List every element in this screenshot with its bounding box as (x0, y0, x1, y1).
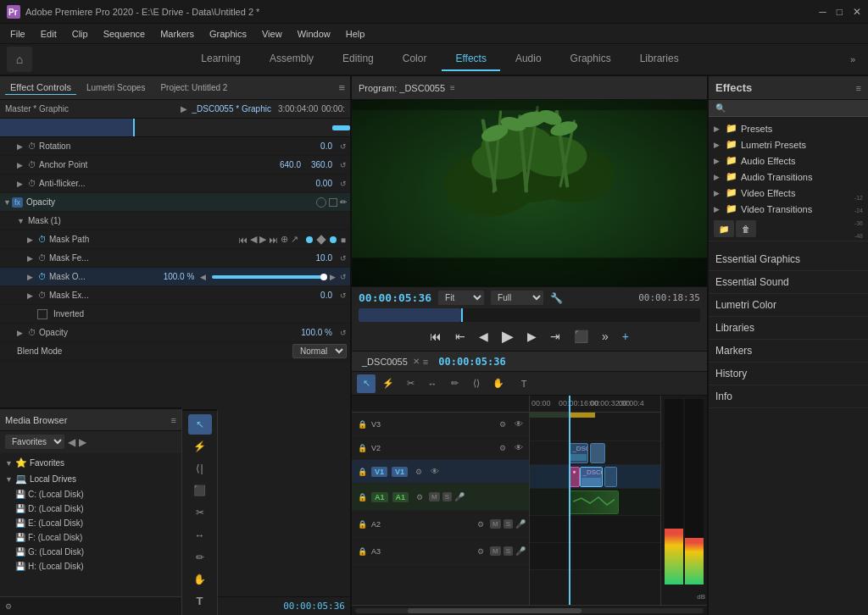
anchor-clock[interactable]: ⏱ (28, 160, 36, 169)
antiflicker-value[interactable]: 0.00 (307, 179, 332, 188)
antiflicker-clock[interactable]: ⏱ (28, 179, 36, 188)
mask-op-slider[interactable] (212, 275, 324, 279)
tab-learning[interactable]: Learning (187, 47, 254, 71)
nav-back-btn[interactable]: ◀ (68, 436, 75, 448)
mask-path-next[interactable]: ▶ (259, 234, 266, 245)
program-menu-icon[interactable]: ≡ (450, 83, 455, 92)
drive-d[interactable]: 💾 D: (Local Disk) (0, 501, 181, 516)
tool-type[interactable]: T (188, 591, 212, 612)
tool-razor-v[interactable]: ✂ (188, 502, 212, 523)
tool-ripple[interactable]: ⚡ (379, 374, 398, 393)
home-button[interactable]: ⌂ (7, 47, 32, 72)
effects-panel-menu[interactable]: ≡ (856, 83, 861, 93)
nav-forward-btn[interactable]: ▶ (79, 436, 86, 448)
clip-v2-main[interactable]: _DSC0 (569, 443, 588, 463)
quality-select[interactable]: FullHalfQuarter (491, 291, 543, 305)
tool-select[interactable]: ↖ (357, 374, 376, 393)
program-timecode[interactable]: 00:00:05:36 (359, 291, 431, 304)
drive-h[interactable]: 💾 H: (Local Disk) (0, 559, 181, 573)
menu-markers[interactable]: Markers (153, 27, 201, 41)
scrubber-bar[interactable] (359, 308, 700, 322)
history-panel[interactable]: History (709, 363, 868, 385)
tab-editing[interactable]: Editing (329, 47, 387, 71)
a3-s-btn[interactable]: S (504, 546, 513, 556)
tl-menu-icon[interactable]: ≡ (423, 357, 428, 367)
opacity-circle-icon[interactable] (316, 197, 326, 208)
mask-op-kf-right[interactable]: ▶ (330, 273, 336, 281)
tab-audio[interactable]: Audio (502, 47, 555, 71)
drive-g[interactable]: 💾 G: (Local Disk) (0, 545, 181, 559)
presets-folder[interactable]: ▶ 📁 Presets (709, 120, 868, 136)
add-marker-btn[interactable]: + (619, 328, 632, 345)
wrench-icon[interactable]: 🔧 (550, 292, 563, 304)
tl-tab-label[interactable]: _DSC0055 (357, 355, 413, 368)
clip-v2-b[interactable] (590, 443, 605, 463)
fullscreen-btn[interactable]: ⬛ (570, 328, 592, 345)
anchor-expand[interactable]: ▶ (17, 161, 25, 169)
mask-op-expand[interactable]: ▶ (27, 273, 36, 281)
info-panel[interactable]: Info (709, 385, 868, 408)
video-transitions-folder[interactable]: ▶ 📁 Video Transitions (709, 201, 868, 217)
a2-mic-icon[interactable]: 🎤 (515, 519, 526, 529)
tool-rate-stretch[interactable]: ⬛ (188, 480, 212, 501)
opacity-pen-icon[interactable]: ✏ (340, 197, 347, 207)
menu-graphics[interactable]: Graphics (203, 27, 253, 41)
tool-slip[interactable]: ↔ (423, 374, 442, 393)
tab-assembly[interactable]: Assembly (256, 47, 327, 71)
a3-m-btn[interactable]: M (490, 546, 501, 556)
menu-window[interactable]: Window (291, 27, 337, 41)
mask-op-reset[interactable]: ↺ (340, 273, 347, 281)
tab-libraries[interactable]: Libraries (626, 47, 693, 71)
a2-lock-icon[interactable]: 🔒 (355, 518, 369, 531)
tool-pen[interactable]: ✏ (445, 374, 464, 393)
ef-trash-icon[interactable]: 🗑 (736, 220, 756, 237)
rotation-clock[interactable]: ⏱ (28, 141, 36, 151)
v2-settings[interactable]: ⚙ (496, 441, 509, 455)
lumetri-scopes-tab[interactable]: Lumetri Scopes (81, 81, 150, 94)
essential-sound-panel[interactable]: Essential Sound (709, 271, 868, 294)
a1-mic-icon[interactable]: 🎤 (454, 492, 465, 501)
lumetri-presets-folder[interactable]: ▶ 📁 Lumetri Presets (709, 136, 868, 152)
mask-op-clock-blue[interactable]: ⏱ (38, 272, 47, 281)
v1-settings[interactable]: ⚙ (412, 465, 426, 479)
tool-ripple2[interactable]: ⟨⟩ (467, 374, 486, 393)
media-browser-menu[interactable]: ≡ (171, 415, 176, 425)
minimize-btn[interactable]: ─ (819, 6, 826, 18)
inverted-checkbox[interactable] (37, 309, 47, 319)
v2-lock-icon[interactable]: 🔒 (355, 441, 369, 455)
a3-mic-icon[interactable]: 🎤 (515, 546, 526, 556)
mask-path-select[interactable]: ↗ (291, 234, 298, 245)
rotation-value[interactable]: 0.0 (307, 141, 332, 151)
project-tab[interactable]: Project: Untitled 2 (155, 81, 232, 94)
opacity-val-value[interactable]: 100.0 % (301, 328, 332, 337)
audio-transitions-folder[interactable]: ▶ 📁 Audio Transitions (709, 169, 868, 185)
fit-select[interactable]: Fit25%50%100% (438, 291, 484, 305)
opacity-expand[interactable]: ▼ (3, 198, 12, 207)
anchor-reset[interactable]: ↺ (340, 161, 347, 169)
menu-sequence[interactable]: Sequence (97, 27, 153, 41)
clip-v1-pink[interactable]: ● (569, 467, 579, 487)
tool-slip-v[interactable]: ↔ (188, 525, 212, 546)
mask-fe-value[interactable]: 10.0 (307, 253, 332, 263)
mask-ex-reset[interactable]: ↺ (340, 291, 347, 300)
mask-fe-expand[interactable]: ▶ (27, 254, 36, 263)
timeline-scrollbar[interactable] (352, 605, 707, 615)
panel-menu-icon[interactable]: ≡ (338, 81, 345, 94)
antiflicker-expand[interactable]: ▶ (17, 180, 25, 188)
favorites-section[interactable]: ▼ ⭐ Favorites (0, 455, 181, 471)
fx-tab-active[interactable]: Effect Controls (5, 80, 76, 95)
local-drives-section[interactable]: ▼ 💻 Local Drives (0, 471, 181, 487)
anchor-y[interactable]: 360.0 (307, 160, 332, 169)
opacity-val-reset[interactable]: ↺ (340, 329, 347, 337)
v3-settings[interactable]: ⚙ (496, 418, 509, 431)
menu-help[interactable]: Help (339, 27, 372, 41)
menu-clip[interactable]: Clip (65, 27, 95, 41)
v3-eye[interactable]: 👁 (512, 418, 526, 431)
a2-settings[interactable]: ⚙ (474, 518, 487, 531)
maximize-btn[interactable]: □ (837, 6, 843, 18)
nav-more-btn[interactable]: » (844, 51, 861, 68)
video-effects-folder[interactable]: ▶ 📁 Video Effects (709, 185, 868, 201)
v1-lock-icon[interactable]: 🔒 (355, 465, 369, 479)
play-arrow[interactable]: ▶ (181, 104, 187, 114)
clip-v1-main[interactable]: _DSC0 (580, 467, 604, 487)
